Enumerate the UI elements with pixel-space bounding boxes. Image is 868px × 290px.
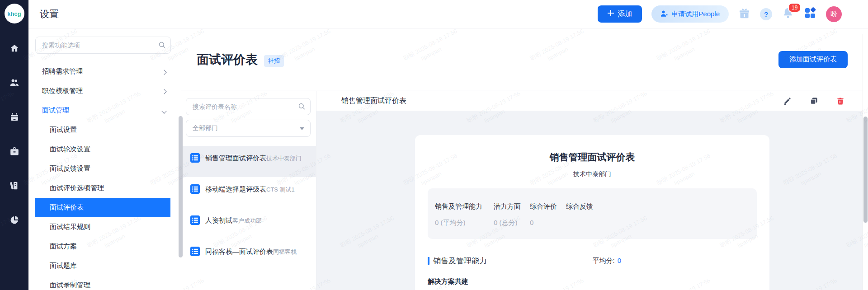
list-item[interactable]: 人资初试客户成功部 [181,208,316,239]
summary-value: 0 (总分) [494,218,530,227]
detail-actions [783,97,844,105]
detail-header: 销售管理面试评价表 [316,91,868,111]
form-list-icon [190,215,200,227]
sidebar-scrollbar[interactable] [179,116,183,257]
topbar-actions: 添加 申请试用People ? 19 盼 [598,5,842,23]
evaluation-form-card: 销售管理面试评价表 技术中泰部门 销售及管理能力 潜力方面 综合评价 综合反馈 … [415,135,769,290]
apps-grid-icon [804,7,816,21]
evaluation-list-panel: 全部部门 销售管理面试评价表技术中泰部门 移动端选择题评级表CTS 测试1 人资… [181,91,316,290]
search-icon [298,103,306,112]
menu-item-evaluation-form[interactable]: 面试评价表 [35,198,170,217]
card-title: 销售管理面试评价表 [428,150,757,164]
list-item-dept: 同福客栈 [273,248,297,255]
nav-candidates[interactable] [9,79,20,89]
list-item-dept: 客户成功部 [232,217,262,224]
calendar-icon [9,112,19,124]
menu-item-label: 面试评价表 [50,203,84,212]
list-item-title: 移动端选择题评级表 [205,185,266,193]
menu-item-recording-management[interactable]: 面试录制管理 [35,276,170,290]
summary-header-row: 销售及管理能力 潜力方面 综合评价 综合反馈 [435,202,750,211]
app-logo[interactable]: khcg [5,4,24,23]
list-item-title: 销售管理面试评价表 [205,154,266,162]
summary-column: 销售及管理能力 [435,202,494,211]
edit-button[interactable] [783,97,792,105]
menu-item-interview-plan[interactable]: 面试方案 [35,237,170,256]
department-filter-select[interactable]: 全部部门 [186,120,311,137]
menu-item-label: 面试设置 [50,126,77,134]
rail-nav [9,44,20,226]
nav-reports[interactable] [9,216,20,226]
add-evaluation-form-button[interactable]: 添加面试评价表 [778,51,848,68]
average-label: 平均分: [592,257,614,264]
average-value: 0 [618,257,621,264]
question-title: 解决方案共建 [428,277,757,286]
detail-body: 销售管理面试评价表 技术中泰部门 销售及管理能力 潜力方面 综合评价 综合反馈 … [316,111,868,290]
help-button[interactable]: ? [760,8,772,20]
menu-item-label: 面试题库 [50,262,77,270]
menu-group-label: 面试管理 [42,106,69,115]
delete-button[interactable] [836,97,844,105]
menu-group-position-template[interactable]: 职位模板管理 [35,81,170,101]
menu-item-interview-rounds[interactable]: 面试轮次设置 [35,140,170,159]
trial-people-label: 申请试用People [671,10,720,19]
chevron-right-icon [162,68,166,75]
section-title: 销售及管理能力 [433,256,487,266]
edit-icon [783,97,792,105]
notifications-button[interactable]: 19 [782,7,794,21]
section-average: 平均分:0 [592,257,621,265]
copy-button[interactable] [810,97,818,105]
list-item-dept: 技术中泰部门 [266,155,302,162]
app-logo-text: khcg [7,10,21,17]
list-search-input[interactable] [186,98,311,115]
gift-button[interactable] [738,7,750,21]
section-header: 销售及管理能力 平均分:0 [428,255,757,266]
users-icon [9,78,19,89]
menu-item-label: 面试反馈设置 [50,164,90,173]
form-list-icon [190,247,200,258]
menu-item-interview-settings[interactable]: 面试设置 [35,120,170,140]
detail-title: 销售管理面试评价表 [341,96,406,106]
page-scrollbar-thumb[interactable] [863,117,868,223]
menu-item-label: 面试结果规则 [50,223,90,231]
add-button-label: 添加 [618,9,632,19]
main-title: 面试评价表 [197,51,258,68]
function-menu: 招聘需求管理 职位模板管理 面试管理 面试设置 面试轮次设置 面试反馈设置 面试… [28,62,181,290]
main-header: 面试评价表 社招 添加面试评价表 [181,29,868,90]
card-department: 技术中泰部门 [428,169,757,178]
chevron-down-icon [162,107,166,114]
page-scrollbar-track [863,34,868,290]
nav-positions[interactable] [9,147,20,157]
user-avatar[interactable]: 盼 [826,6,842,22]
list-item[interactable]: 销售管理面试评价表技术中泰部门 [181,146,316,177]
sidebar-search-input[interactable] [35,37,171,54]
list-search [186,98,311,115]
gift-icon [738,7,750,21]
menu-group-label: 职位模板管理 [42,87,83,95]
menu-item-interview-feedback[interactable]: 面试反馈设置 [35,159,170,178]
topbar: 设置 添加 申请试用People ? 19 盼 [28,0,868,28]
add-button[interactable]: 添加 [598,5,642,23]
question-icon: ? [764,10,768,18]
menu-item-evaluation-options[interactable]: 面试评价选项管理 [35,178,170,198]
list-item-title: 同福客栈—面试评价表 [205,248,273,255]
menu-item-label: 面试评价选项管理 [50,184,104,192]
form-list-icon [190,153,200,164]
page-title: 设置 [40,8,59,20]
summary-column: 综合反馈 [566,202,750,211]
library-icon [9,181,19,192]
sidebar-search [35,37,171,54]
nav-calendar[interactable] [9,113,20,123]
copy-icon [810,97,818,105]
list-item[interactable]: 移动端选择题评级表CTS 测试1 [181,177,316,208]
apps-grid-button[interactable] [804,7,816,21]
menu-group-interview-management[interactable]: 面试管理 [35,101,170,120]
menu-item-question-bank[interactable]: 面试题库 [35,256,170,276]
list-item[interactable]: 同福客栈—面试评价表同福客栈 [181,239,316,271]
nav-rail: khcg [0,0,28,290]
nav-home[interactable] [9,44,20,54]
trial-people-button[interactable]: 申请试用People [651,5,729,23]
nav-library[interactable] [9,182,20,192]
function-sidebar: 招聘需求管理 职位模板管理 面试管理 面试设置 面试轮次设置 面试反馈设置 面试… [28,29,181,290]
menu-item-result-rules[interactable]: 面试结果规则 [35,217,170,237]
menu-group-recruit-demand[interactable]: 招聘需求管理 [35,62,170,81]
